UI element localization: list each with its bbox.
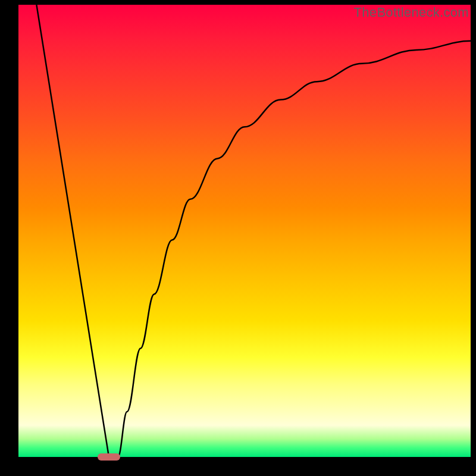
chart-plot-area <box>18 5 471 457</box>
curve-path <box>36 5 471 457</box>
chart-svg <box>18 5 471 457</box>
minimum-marker <box>98 453 120 460</box>
watermark-text: TheBottleneck.com <box>354 5 469 20</box>
